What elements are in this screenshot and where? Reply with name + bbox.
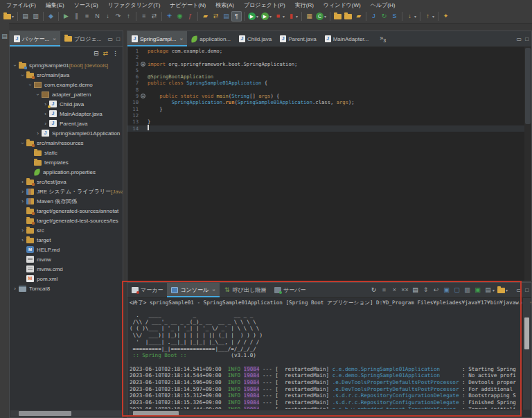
tree-item[interactable]: ›application.properties	[10, 167, 123, 177]
code-line[interactable]: 6@SpringBootApplication	[127, 73, 524, 80]
tree-item[interactable]: ›Tomcat8	[10, 284, 123, 293]
tree-item[interactable]: ›mvnw	[10, 254, 123, 264]
code-line[interactable]: 7public class SpringSample01Application …	[127, 80, 524, 86]
code-line[interactable]: 3+import org.springframework.boot.Spring…	[127, 61, 524, 67]
tree-item[interactable]: ›target	[10, 235, 123, 245]
console-output[interactable]: . ____ _ __ _ _ /\\ / ___'_ __ _ _(_)_ _…	[130, 306, 522, 409]
pin-console-button[interactable]: ▣	[441, 285, 452, 295]
editor-tab[interactable]: MainAdapter...	[321, 31, 373, 46]
code-editor[interactable]: 1package com.example.demo;23+import org.…	[127, 46, 524, 281]
view-menu-button[interactable]: ⋮	[112, 50, 118, 57]
explorer-tab[interactable]: パッケー...×	[10, 31, 60, 46]
collapse-fold-icon[interactable]: −	[141, 94, 145, 98]
restore-view-icon[interactable]: ▤	[0, 33, 9, 40]
suspend-button[interactable]: ∥	[71, 11, 82, 21]
minimize-icon[interactable]: ▭	[108, 36, 114, 42]
console-horizontal-scrollbar[interactable]	[129, 410, 522, 417]
tree-expand-arrow[interactable]: ›	[27, 82, 33, 88]
export-button[interactable]: ↑	[423, 11, 433, 21]
collapse-all-button[interactable]: ⊟	[94, 50, 99, 57]
explorer-tab[interactable]: プロジェ...	[60, 31, 105, 46]
tree-expand-arrow[interactable]: ›	[19, 237, 26, 243]
tree-item[interactable]: ›JRE システム・ライブラリー [JavaSE-17]	[10, 186, 123, 196]
menu-item[interactable]: 実行(R)	[290, 1, 319, 9]
new-wizard-button[interactable]	[2, 11, 12, 21]
menu-item[interactable]: ウィンドウ(W)	[319, 1, 366, 9]
step-return-button[interactable]: ↑	[123, 11, 134, 21]
console-tab[interactable]: ⇅呼び出し階層	[220, 283, 270, 297]
tree-expand-arrow[interactable]: ›	[19, 179, 26, 185]
disconnect-button[interactable]: N	[92, 11, 103, 21]
tree-item[interactable]: ›mvnw.cmd	[10, 264, 123, 274]
new-class-dropdown[interactable]: ▾	[324, 14, 326, 19]
code-line[interactable]: 5	[127, 67, 524, 73]
load-folder-button[interactable]	[343, 11, 353, 21]
console-tab[interactable]: マーカー	[127, 283, 167, 297]
close-tab-icon[interactable]: ×	[179, 36, 183, 42]
remove-all-terminated-button[interactable]: ××	[400, 285, 410, 295]
minimize-icon[interactable]: ▭	[517, 287, 522, 293]
save-button[interactable]: ▤	[20, 11, 30, 21]
tree-item[interactable]: ›MainAdapter.java	[10, 109, 123, 119]
close-tab-icon[interactable]: ×	[53, 36, 56, 42]
tree-item[interactable]: ›com.example.demo	[10, 80, 123, 89]
console-tab[interactable]: サーバー	[270, 283, 310, 297]
editor-tab[interactable]: Child.java	[235, 31, 276, 46]
import-button[interactable]: ↓	[405, 11, 415, 21]
display-selected-console-dropdown[interactable]: ▾	[493, 288, 495, 293]
code-line[interactable]: 9− public static void main(String[] args…	[127, 93, 524, 99]
clear-console-button[interactable]: ▤	[410, 285, 420, 295]
tree-item[interactable]: ›Child.java	[10, 99, 123, 109]
scrollbar-thumb[interactable]	[19, 411, 71, 416]
tree-item[interactable]: ›pom.xml	[10, 274, 123, 284]
save-console-output-button[interactable]: ▥	[462, 285, 472, 295]
last-edit-pencil-button[interactable]: ▰	[200, 11, 211, 21]
terminate-console-button[interactable]: ■	[379, 285, 389, 295]
explorer-horizontal-scrollbar[interactable]	[10, 410, 122, 417]
tree-expand-arrow[interactable]: ›	[12, 286, 18, 292]
tree-expand-arrow[interactable]: ›	[35, 130, 41, 137]
code-line[interactable]: 12	[127, 112, 524, 119]
run-dropdown[interactable]: ▾	[256, 14, 258, 19]
editor-vertical-scrollbar[interactable]	[524, 46, 531, 281]
expand-fold-icon[interactable]: +	[141, 62, 145, 67]
scrollbar-thumb[interactable]	[525, 48, 531, 124]
tree-expand-arrow[interactable]: ›	[42, 111, 48, 117]
coverage-button[interactable]: ▶	[260, 11, 270, 21]
open-console-button[interactable]	[496, 285, 506, 295]
show-whitespace-button[interactable]: ¶	[231, 11, 242, 21]
open-console-ok-button[interactable]: ▣	[472, 285, 483, 295]
relaunch-dropdown[interactable]: ▾	[296, 14, 298, 19]
link-with-editor-button[interactable]: ⇄	[103, 50, 108, 57]
show-on-stdout-button[interactable]: ▢	[452, 285, 462, 295]
breakpoint-f-button[interactable]: ƒ	[185, 11, 195, 21]
stop-dropdown[interactable]: ▾	[283, 14, 285, 19]
import-dropdown[interactable]: ▾	[414, 14, 416, 19]
menu-item[interactable]: ナビゲート(N)	[165, 1, 211, 9]
tree-item[interactable]: ›Maven 依存関係	[10, 196, 123, 206]
skip-breakpoints-button[interactable]: ◆	[46, 11, 56, 21]
editor-tab[interactable]: SpringSampl...×	[127, 31, 187, 46]
maximize-icon[interactable]: □	[525, 36, 529, 42]
debug-gear-button[interactable]: ✳	[164, 11, 175, 21]
editor-tab[interactable]: application...	[187, 31, 235, 46]
menu-item[interactable]: ファイル(F)	[1, 1, 41, 9]
code-line[interactable]: 13}	[127, 119, 524, 125]
new-wizard-dropdown[interactable]: ▾	[12, 14, 14, 19]
remove-launch-button[interactable]: ×	[389, 285, 400, 295]
tree-item[interactable]: ›src/main/java	[10, 70, 123, 80]
tree-item[interactable]: ›target/generated-test-sources/tes	[10, 216, 123, 225]
tree-item[interactable]: ›SpringSample01Application	[10, 128, 123, 138]
run-button[interactable]: ▶	[247, 11, 257, 21]
word-wrap-button[interactable]: ↩	[431, 285, 441, 295]
display-selected-console-button[interactable]: ▤	[483, 285, 493, 295]
menu-item[interactable]: 編集(E)	[41, 1, 69, 9]
menu-item[interactable]: プロジェクト(P)	[239, 1, 290, 9]
refresh-class-button[interactable]: ↻	[379, 11, 389, 21]
terminate-button[interactable]: ■	[82, 11, 92, 21]
tree-item[interactable]: ›src/main/resources	[10, 138, 123, 148]
close-tab-icon[interactable]: ×	[212, 287, 215, 293]
tree-expand-arrow[interactable]: ›	[12, 62, 18, 69]
export-dropdown[interactable]: ▾	[432, 14, 434, 19]
show-skipped-button[interactable]: ≡	[139, 11, 149, 21]
